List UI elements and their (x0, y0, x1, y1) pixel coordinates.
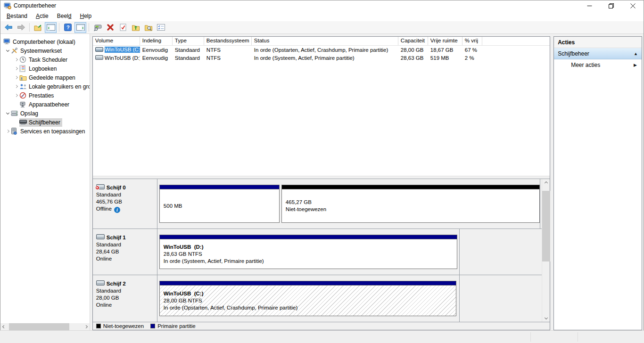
disk-row-0: Schijf 0 Standaard 465,76 GB Offlinei 50… (93, 179, 542, 229)
scroll-left-icon[interactable] (0, 323, 8, 330)
legend-primary-partition: Primaire partitie (150, 323, 196, 329)
disk-status: Online (96, 255, 157, 262)
partition-unallocated[interactable]: 465,27 GB Niet-toegewezen (281, 185, 540, 223)
app-icon (4, 2, 11, 9)
scrollbar-thumb[interactable] (542, 191, 550, 261)
tree-item-computerbeheer[interactable]: Computerbeheer (lokaal) (0, 37, 90, 46)
primary-partition-band (160, 281, 456, 286)
column-header-capaciteit[interactable]: Capaciteit (398, 37, 428, 45)
info-icon[interactable]: i (114, 207, 120, 213)
show-hide-action-pane-icon[interactable] (74, 22, 86, 33)
offline-badge-icon (95, 186, 99, 190)
disk0-header[interactable]: Schijf 0 Standaard 465,76 GB Offlinei (93, 179, 157, 229)
cell-pct-free: 67 % (462, 47, 482, 53)
rescan-disks-icon[interactable] (91, 22, 103, 33)
tree-item-systeemwerkset[interactable]: Systeemwerkset (0, 46, 90, 55)
chevron-collapsed-icon[interactable] (13, 58, 19, 61)
tree-item-gedeelde-mappen[interactable]: Gedeelde mappen (0, 73, 90, 82)
cell-status: In orde (Systeem, Actief, Primaire parti… (252, 55, 398, 61)
up-level-icon[interactable] (32, 22, 44, 33)
chevron-collapsed-icon[interactable] (13, 94, 19, 97)
tree-item-apparaatbeheer[interactable]: Apparaatbeheer (0, 100, 90, 109)
disk-size: 465,76 GB (96, 198, 157, 205)
event-log-icon (19, 65, 28, 72)
volume-row-d[interactable]: WinToUSB (D:) Eenvoudig Standaard NTFS I… (93, 54, 550, 62)
menu-beeld[interactable]: Beeld (53, 11, 76, 21)
forward-icon[interactable] (15, 22, 27, 33)
restore-button[interactable] (600, 0, 622, 11)
legend-color-primary (150, 324, 155, 328)
tree-item-opslag[interactable]: Opslag (0, 109, 90, 118)
actions-item-meer-acties[interactable]: Meer acties ▶ (554, 59, 642, 71)
disk-pane-vertical-scrollbar[interactable] (542, 179, 550, 322)
disk-icon (96, 184, 105, 191)
partition-system-reserved[interactable]: 500 MB (159, 185, 280, 223)
column-header-bestandssysteem[interactable]: Bestandssysteem (204, 37, 252, 45)
disk-graphical-view: Schijf 0 Standaard 465,76 GB Offlinei 50… (93, 179, 550, 322)
help-icon[interactable]: ? (62, 22, 74, 33)
volume-icon (95, 55, 103, 61)
delete-volume-icon[interactable] (104, 22, 116, 33)
partition-wintousb-d[interactable]: WinToUSB (D:) 28,63 GB NTFS In orde (Sys… (159, 235, 457, 269)
cell-capacity: 28,00 GB (398, 47, 428, 53)
disk1-header[interactable]: Schijf 1 Standaard 28,64 GB Online (93, 229, 157, 275)
scrollbar-thumb[interactable] (9, 323, 69, 330)
disk-status: Online (96, 302, 157, 309)
tree-item-lokale-gebruikers[interactable]: Lokale gebruikers en groepen (0, 82, 90, 91)
explore-folder-icon[interactable] (142, 22, 154, 33)
chevron-collapsed-icon[interactable] (4, 130, 11, 132)
actions-group-schijfbeheer[interactable]: Schijfbeheer ▲ (554, 48, 642, 59)
partition-wintousb-c-selected[interactable]: WinToUSB (C:) 28,00 GB NTFS In orde (Ops… (159, 281, 456, 316)
cell-indeling: Eenvoudig (140, 47, 173, 53)
show-hide-console-tree-icon[interactable] (45, 22, 57, 33)
cell-pct-free: 2 % (462, 55, 482, 61)
tree-item-services[interactable]: Services en toepassingen (0, 127, 90, 136)
tree-item-logboeken[interactable]: Logboeken (0, 64, 90, 73)
menu-help[interactable]: Help (75, 11, 96, 21)
menu-bestand[interactable]: Bestand (2, 11, 32, 21)
column-header-volume[interactable]: Volume (93, 37, 140, 45)
column-header-indeling[interactable]: Indeling (140, 37, 173, 45)
submenu-arrow-icon: ▶ (634, 63, 637, 67)
legend-color-unallocated (96, 324, 101, 328)
tree-item-schijfbeheer[interactable]: Schijfbeheer (0, 118, 90, 127)
primary-partition-band (160, 235, 457, 239)
column-header-pct-vrij[interactable]: % vrij (462, 37, 482, 45)
close-button[interactable] (622, 0, 644, 11)
volume-row-c[interactable]: WinToUSB (C:) Eenvoudig Standaard NTFS I… (93, 46, 550, 54)
cell-fs: NTFS (204, 47, 252, 53)
column-header-vrije-ruimte[interactable]: Vrije ruimte (428, 37, 462, 45)
chevron-collapsed-icon[interactable] (13, 76, 19, 79)
scroll-down-icon[interactable] (542, 315, 550, 322)
toolset-icon (11, 48, 20, 54)
chevron-expanded-icon[interactable] (4, 113, 11, 114)
cell-free: 519 MB (428, 55, 462, 61)
disk-size: 28,64 GB (96, 248, 157, 255)
properties-icon[interactable] (155, 22, 167, 33)
scroll-up-icon[interactable] (542, 179, 550, 186)
disk-type: Standaard (96, 287, 157, 294)
minimize-button[interactable] (578, 0, 600, 11)
collapse-icon[interactable]: ▲ (634, 51, 638, 56)
back-icon[interactable] (2, 22, 14, 33)
primary-partition-band (160, 185, 279, 189)
open-folder-icon[interactable] (130, 22, 141, 33)
chevron-expanded-icon[interactable] (4, 50, 11, 51)
cell-capacity: 28,63 GB (398, 55, 428, 61)
chevron-collapsed-icon[interactable] (13, 67, 19, 70)
console-tree: Computerbeheer (lokaal) Systeemwerkset T… (0, 34, 90, 330)
volume-icon (95, 47, 103, 53)
disk2-header[interactable]: Schijf 2 Standaard 28,00 GB Online (93, 275, 157, 322)
toolbar: ? (0, 21, 644, 34)
tree-horizontal-scrollbar[interactable] (0, 323, 90, 330)
menu-actie[interactable]: Actie (32, 11, 53, 21)
tree-item-prestaties[interactable]: Prestaties (0, 91, 90, 100)
task-scheduler-icon (19, 56, 28, 63)
disk-icon (96, 234, 105, 241)
scroll-right-icon[interactable] (83, 323, 90, 330)
tree-item-task-scheduler[interactable]: Task Scheduler (0, 55, 90, 64)
column-header-status[interactable]: Status (252, 37, 398, 45)
mark-partition-active-icon[interactable] (117, 22, 129, 33)
chevron-collapsed-icon[interactable] (13, 85, 19, 88)
column-header-type[interactable]: Type (173, 37, 204, 45)
